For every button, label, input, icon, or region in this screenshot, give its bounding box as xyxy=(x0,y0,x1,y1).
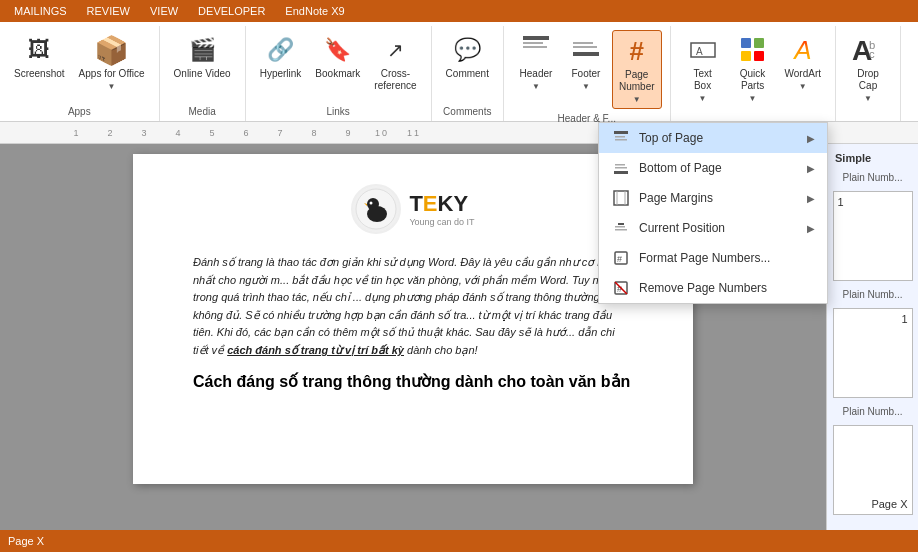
page-number-dropdown: Top of Page ▶ Bottom of Page ▶ Page Marg… xyxy=(598,122,828,304)
format-page-numbers-icon: # xyxy=(611,248,631,268)
dropdown-format-page-numbers[interactable]: # Format Page Numbers... xyxy=(599,243,827,273)
ribbon-comments-items: 💬 Comment xyxy=(440,30,495,102)
status-bar: Page X xyxy=(0,530,918,552)
panel-preview-1[interactable]: 1 xyxy=(833,191,913,281)
ribbon: 🖼 Screenshot 📦 Apps for Office ▼ Apps 🎬 … xyxy=(0,22,918,122)
ribbon-apps-label: Apps xyxy=(68,102,91,117)
dropdown-page-margins[interactable]: Page Margins ▶ xyxy=(599,183,827,213)
dropdown-top-of-page[interactable]: Top of Page ▶ xyxy=(599,123,827,153)
svg-rect-20 xyxy=(614,131,628,134)
panel-preview-2[interactable]: 1 xyxy=(833,308,913,398)
header-icon xyxy=(520,34,552,66)
wordart-arrow: ▼ xyxy=(799,82,807,91)
text-box-button[interactable]: A TextBox ▼ xyxy=(679,30,727,107)
drop-cap-arrow: ▼ xyxy=(864,94,872,103)
svg-rect-26 xyxy=(614,191,628,205)
apps-for-office-label: Apps for Office xyxy=(79,68,145,80)
cross-reference-icon: ↗ xyxy=(379,34,411,66)
header-button[interactable]: Header ▼ xyxy=(512,30,560,95)
preview-1-number: 1 xyxy=(838,196,844,208)
online-video-label: Online Video xyxy=(174,68,231,80)
dropdown-bottom-of-page[interactable]: Bottom of Page ▶ xyxy=(599,153,827,183)
body-text-end: dành cho bạn! xyxy=(404,344,478,356)
svg-rect-1 xyxy=(523,42,543,44)
hyperlink-button[interactable]: 🔗 Hyperlink xyxy=(254,30,308,84)
svg-text:A: A xyxy=(696,46,703,57)
apps-for-office-button[interactable]: 📦 Apps for Office ▼ xyxy=(73,30,151,95)
svg-rect-2 xyxy=(523,46,547,48)
wordart-button[interactable]: A WordArt ▼ xyxy=(779,30,828,95)
tab-endnote[interactable]: EndNote X9 xyxy=(275,0,354,22)
svg-rect-9 xyxy=(754,38,764,48)
tab-developer[interactable]: DEVELOPER xyxy=(188,0,275,22)
ribbon-comments-label: Comments xyxy=(443,102,491,117)
panel-plain-number-1-label: Plain Numb... xyxy=(831,170,914,185)
current-position-arrow: ▶ xyxy=(807,223,815,234)
cross-reference-label: Cross-reference xyxy=(374,68,416,92)
page-number-icon: # xyxy=(621,35,653,67)
bookmark-button[interactable]: 🔖 Bookmark xyxy=(309,30,366,84)
comment-label: Comment xyxy=(446,68,489,80)
ribbon-media-label: Media xyxy=(188,102,215,117)
footer-label: Footer xyxy=(572,68,601,80)
bottom-of-page-arrow: ▶ xyxy=(807,163,815,174)
svg-point-18 xyxy=(370,202,373,205)
page-number-button[interactable]: # PageNumber ▼ xyxy=(612,30,662,109)
svg-rect-21 xyxy=(615,136,625,138)
svg-text:#: # xyxy=(617,254,622,264)
svg-rect-30 xyxy=(615,229,627,231)
ribbon-text-items: A TextBox ▼ QuickParts ▼ A WordArt ▼ xyxy=(679,30,828,113)
svg-rect-23 xyxy=(615,164,625,166)
logo-text: TEKY Young can do IT xyxy=(409,191,474,227)
apps-for-office-arrow: ▼ xyxy=(108,82,116,91)
text-box-label: TextBox xyxy=(693,68,711,92)
screenshot-button[interactable]: 🖼 Screenshot xyxy=(8,30,71,84)
page-number-arrow: ▼ xyxy=(633,95,641,104)
tab-review[interactable]: REVIEW xyxy=(77,0,140,22)
comment-icon: 💬 xyxy=(451,34,483,66)
drop-cap-icon: Abc xyxy=(852,34,884,66)
ribbon-group-apps: 🖼 Screenshot 📦 Apps for Office ▼ Apps xyxy=(0,26,160,121)
ribbon-group-text: A TextBox ▼ QuickParts ▼ A WordArt ▼ xyxy=(671,26,837,121)
svg-text:c: c xyxy=(869,48,875,60)
ribbon-media-items: 🎬 Online Video xyxy=(168,30,237,102)
dropdown-remove-page-numbers[interactable]: # Remove Page Numbers xyxy=(599,273,827,303)
footer-icon xyxy=(570,34,602,66)
current-position-icon xyxy=(611,218,631,238)
tab-mailings[interactable]: MAILINGS xyxy=(4,0,77,22)
page-info: Page X xyxy=(8,535,44,547)
svg-rect-8 xyxy=(741,38,751,48)
ribbon-group-media: 🎬 Online Video Media xyxy=(160,26,246,121)
page-margins-label: Page Margins xyxy=(639,191,799,205)
right-panel: Simple Plain Numb... 1 Plain Numb... 1 P… xyxy=(826,144,918,530)
tab-view[interactable]: VIEW xyxy=(140,0,188,22)
svg-rect-4 xyxy=(573,46,597,48)
comment-button[interactable]: 💬 Comment xyxy=(440,30,495,84)
quick-parts-icon xyxy=(737,34,769,66)
top-of-page-label: Top of Page xyxy=(639,131,799,145)
header-arrow: ▼ xyxy=(532,82,540,91)
ribbon-links-items: 🔗 Hyperlink 🔖 Bookmark ↗ Cross-reference xyxy=(254,30,423,102)
preview-2-number: 1 xyxy=(901,313,907,325)
online-video-button[interactable]: 🎬 Online Video xyxy=(168,30,237,84)
svg-rect-31 xyxy=(618,223,624,225)
panel-preview-x[interactable]: Page X xyxy=(833,425,913,515)
panel-header-simple: Simple xyxy=(831,150,914,166)
current-position-label: Current Position xyxy=(639,221,799,235)
svg-rect-25 xyxy=(614,171,628,174)
svg-rect-3 xyxy=(573,42,593,44)
footer-button[interactable]: Footer ▼ xyxy=(562,30,610,95)
body-text: Đánh số trang là thao tác đơn giản khi s… xyxy=(193,256,623,356)
ribbon-group-dropcap: Abc DropCap ▼ xyxy=(836,26,901,121)
drop-cap-button[interactable]: Abc DropCap ▼ xyxy=(844,30,892,107)
screenshot-label: Screenshot xyxy=(14,68,65,80)
cross-reference-button[interactable]: ↗ Cross-reference xyxy=(368,30,422,96)
remove-page-numbers-icon: # xyxy=(611,278,631,298)
wordart-label: WordArt xyxy=(785,68,822,80)
dropdown-current-position[interactable]: Current Position ▶ xyxy=(599,213,827,243)
ribbon-links-label: Links xyxy=(326,102,349,117)
ribbon-group-links: 🔗 Hyperlink 🔖 Bookmark ↗ Cross-reference… xyxy=(246,26,432,121)
page-number-label: PageNumber xyxy=(619,69,655,93)
svg-rect-11 xyxy=(754,51,764,61)
quick-parts-button[interactable]: QuickParts ▼ xyxy=(729,30,777,107)
